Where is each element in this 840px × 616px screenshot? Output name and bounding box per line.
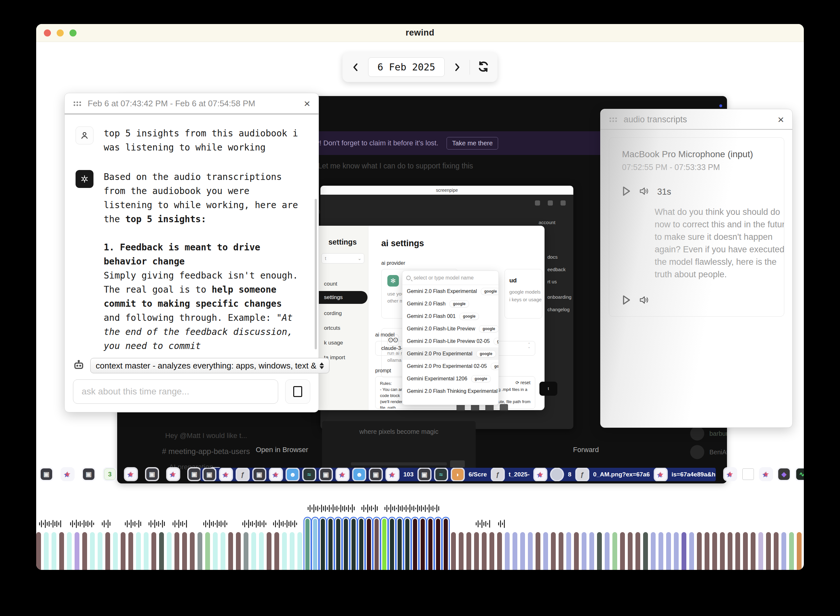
waveform-bar[interactable] bbox=[98, 532, 103, 570]
waveform-bar-selected[interactable] bbox=[350, 517, 358, 570]
waveform-bar[interactable] bbox=[520, 532, 525, 570]
waveform-bar-selected[interactable] bbox=[342, 517, 350, 570]
cube-app-icon[interactable]: ▣ bbox=[146, 468, 158, 480]
waveform-bar[interactable] bbox=[44, 532, 49, 570]
waveform-bar[interactable] bbox=[290, 532, 295, 570]
waveform-bar[interactable] bbox=[259, 532, 264, 570]
chat-panel-header[interactable]: Feb 6 at 07:43:42 PM - Feb 6 at 07:54:58… bbox=[65, 93, 318, 114]
waveform-bar-selected[interactable] bbox=[403, 517, 411, 570]
waveform-bar[interactable] bbox=[705, 532, 710, 570]
star-app-icon[interactable]: ★ bbox=[655, 469, 667, 480]
star-app-icon[interactable]: ★ bbox=[125, 468, 137, 480]
waveform-bar[interactable] bbox=[528, 532, 533, 570]
finder-app-icon[interactable]: ☻ bbox=[353, 469, 365, 480]
waveform-bar[interactable] bbox=[82, 532, 87, 570]
waveform-bar[interactable] bbox=[651, 532, 655, 570]
cube-app-icon[interactable]: ▣ bbox=[419, 469, 430, 480]
waveform-bar[interactable] bbox=[758, 532, 763, 570]
waveform-bar-selected[interactable] bbox=[303, 517, 311, 570]
waves-app-icon[interactable]: ≈ bbox=[303, 469, 315, 480]
waveform-bar[interactable] bbox=[267, 532, 271, 570]
waveform-bar-selected[interactable] bbox=[327, 517, 334, 570]
waveform-bar[interactable] bbox=[751, 532, 755, 570]
waveform-bar[interactable] bbox=[551, 532, 556, 570]
orange-app-icon[interactable]: ◗ bbox=[452, 469, 463, 480]
waveform-bar[interactable] bbox=[589, 532, 594, 570]
waveform-bar-selected[interactable] bbox=[319, 517, 327, 570]
waveform-bar-selected[interactable] bbox=[411, 517, 419, 570]
waveform-bar[interactable] bbox=[151, 532, 156, 570]
waveform-bar[interactable] bbox=[459, 532, 463, 570]
waveform-bar[interactable] bbox=[167, 532, 172, 570]
waveform-bar[interactable] bbox=[51, 532, 56, 570]
f-app-icon[interactable]: ƒ bbox=[492, 469, 504, 480]
waveform-bar-selected[interactable] bbox=[434, 517, 442, 570]
play-button[interactable] bbox=[622, 186, 631, 198]
waveform-bar-selected[interactable] bbox=[419, 517, 427, 570]
waveform-bar[interactable] bbox=[113, 532, 118, 570]
waveform-bar[interactable] bbox=[505, 532, 510, 570]
waveform-bar[interactable] bbox=[274, 532, 279, 570]
waveform-bar-selected[interactable] bbox=[357, 517, 365, 570]
waveform-bar[interactable] bbox=[59, 532, 64, 570]
waveform-bar[interactable] bbox=[121, 532, 126, 570]
waveform-bar[interactable] bbox=[682, 532, 686, 570]
waveform-bar[interactable] bbox=[674, 532, 679, 570]
waveform-bar-selected[interactable] bbox=[380, 517, 388, 570]
waveform-bar-selected[interactable] bbox=[365, 517, 373, 570]
circle-app-icon[interactable] bbox=[551, 469, 563, 480]
date-field[interactable]: 6 Feb 2025 bbox=[368, 57, 445, 77]
waveform-bar[interactable] bbox=[712, 532, 717, 570]
waveform-bar[interactable] bbox=[159, 532, 164, 570]
waveform-bar[interactable] bbox=[620, 532, 625, 570]
waveform-bar[interactable] bbox=[635, 532, 640, 570]
waveform-bar-selected[interactable] bbox=[388, 517, 396, 570]
star-app-icon[interactable]: ★ bbox=[62, 468, 73, 480]
waveform-bar[interactable] bbox=[689, 532, 694, 570]
waveform-bar[interactable] bbox=[658, 532, 663, 570]
previous-day-button[interactable] bbox=[351, 62, 361, 72]
waveform-bar[interactable] bbox=[466, 532, 471, 570]
scrollbar[interactable] bbox=[315, 199, 317, 349]
waveform-bar[interactable] bbox=[128, 532, 133, 570]
waveform-bar-selected[interactable] bbox=[372, 517, 381, 570]
waveform-bar[interactable] bbox=[582, 532, 586, 570]
obsidian-app-icon[interactable]: ◆ bbox=[778, 468, 790, 480]
waveform-bar[interactable] bbox=[190, 532, 195, 570]
waveform-bar-selected[interactable] bbox=[311, 517, 319, 570]
drag-handle-icon[interactable] bbox=[73, 101, 81, 106]
waveform-bar-selected[interactable] bbox=[396, 517, 404, 570]
waveform-bar[interactable] bbox=[182, 532, 187, 570]
waveform-bar[interactable] bbox=[90, 532, 95, 570]
waveform-bar[interactable] bbox=[797, 532, 802, 570]
waveform-bar[interactable] bbox=[781, 532, 786, 570]
star-app-icon[interactable]: ★ bbox=[337, 469, 348, 480]
waveform-bar[interactable] bbox=[766, 532, 771, 570]
waveform-bar[interactable] bbox=[574, 532, 579, 570]
three-app-icon[interactable]: 3 bbox=[104, 468, 116, 480]
star-app-icon[interactable]: ★ bbox=[760, 468, 772, 480]
selected-segment-band[interactable]: ▣★ƒ▣★☻≈▣★☻▣★103▣≈◗6/Screƒt_2025-★8ƒ0_AM.… bbox=[200, 468, 716, 481]
transcripts-header[interactable]: audio transcripts × bbox=[601, 109, 792, 130]
waveform-bar[interactable] bbox=[774, 532, 778, 570]
waveform-bar[interactable] bbox=[105, 532, 110, 570]
waveform-bar-selected[interactable] bbox=[427, 517, 434, 570]
waveform-bar[interactable] bbox=[282, 532, 287, 570]
waveform-bar[interactable] bbox=[735, 532, 740, 570]
play-button[interactable] bbox=[622, 295, 631, 307]
waveform-bar[interactable] bbox=[198, 532, 202, 570]
waveform-bar[interactable] bbox=[251, 532, 256, 570]
audio-waveform-timeline[interactable] bbox=[36, 493, 804, 570]
close-icon[interactable]: × bbox=[304, 98, 310, 109]
waveform-bar[interactable] bbox=[643, 532, 648, 570]
cube-app-icon[interactable]: ▣ bbox=[254, 469, 265, 480]
waveform-bar[interactable] bbox=[497, 532, 502, 570]
close-icon[interactable]: × bbox=[778, 114, 784, 125]
f-app-icon[interactable]: ƒ bbox=[237, 469, 248, 480]
waveform-bar[interactable] bbox=[697, 532, 702, 570]
waveform-bar[interactable] bbox=[605, 532, 610, 570]
star-app-icon[interactable]: ★ bbox=[220, 469, 232, 480]
box-app-icon[interactable] bbox=[742, 468, 754, 480]
waveform-bar[interactable] bbox=[535, 532, 540, 570]
waveform-bar[interactable] bbox=[451, 532, 456, 570]
